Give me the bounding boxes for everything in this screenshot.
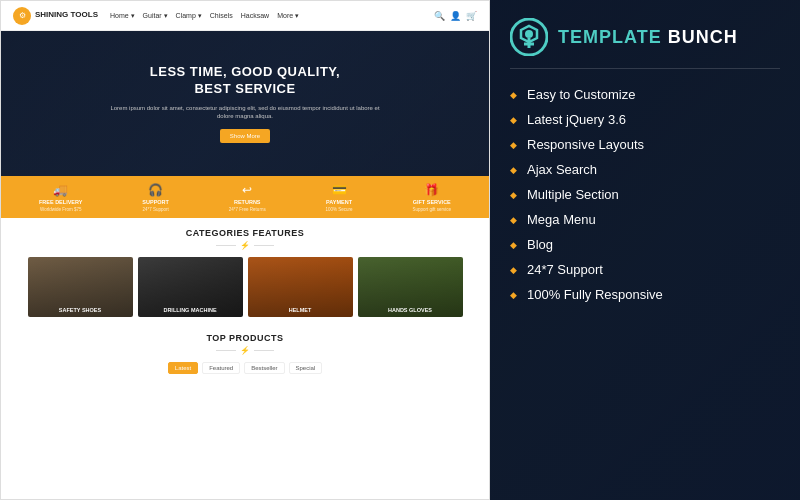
feature-item-jquery: ◆ Latest jQuery 3.6 [510, 112, 780, 127]
feature-item-responsive: ◆ Responsive Layouts [510, 137, 780, 152]
support-icon: 🎧 [148, 183, 163, 197]
right-content: teMpLATe BUNCH ◆ Easy to Customize ◆ Lat… [510, 18, 780, 302]
hero-cta-button[interactable]: Show More [220, 129, 270, 143]
cat-gloves-label: HANDS GLOVES [388, 307, 432, 313]
features-bar: 🚚 FREE DELIVERY Worldwide From $75 🎧 SUP… [1, 176, 489, 218]
cat-drill-label: DRILLING MACHINE [163, 307, 216, 313]
delivery-sub: Worldwide From $75 [40, 207, 81, 212]
cat-safety-shoes[interactable]: SAFETY SHOES [28, 257, 133, 317]
divider-right [254, 245, 274, 246]
logo-icon: ⚙ [13, 7, 31, 25]
gift-label: GIFT SERVICE [413, 199, 451, 205]
feature-text-mega-menu: Mega Menu [527, 212, 596, 227]
feature-item-multiple-section: ◆ Multiple Section [510, 187, 780, 202]
feature-text-customize: Easy to Customize [527, 87, 635, 102]
brand-header: teMpLATe BUNCH [510, 18, 780, 69]
products-title: TOP PRODUCTS [13, 333, 477, 343]
feature-text-ajax: Ajax Search [527, 162, 597, 177]
payment-label: PAYMENT [326, 199, 352, 205]
cat-drilling-machine[interactable]: DRILLING MACHINE [138, 257, 243, 317]
tab-bestseller[interactable]: Bestseller [244, 362, 284, 374]
nav-chisels[interactable]: Chisels [210, 12, 233, 20]
divider-bolt-icon: ⚡ [240, 241, 250, 250]
nav-clamp[interactable]: Clamp ▾ [176, 12, 202, 20]
hero-section: LESS TIME, GOOD QUALITY,BEST SERVICE Lor… [1, 31, 489, 176]
diamond-icon-8: ◆ [510, 265, 517, 275]
categories-divider: ⚡ [13, 241, 477, 250]
diamond-icon-5: ◆ [510, 190, 517, 200]
gift-sub: Support gift service [412, 207, 451, 212]
search-icon[interactable]: 🔍 [434, 11, 445, 21]
nav-more[interactable]: More ▾ [277, 12, 299, 20]
feature-item-fully-responsive: ◆ 100% Fully Responsive [510, 287, 780, 302]
feature-text-multiple-section: Multiple Section [527, 187, 619, 202]
nav-home[interactable]: Home ▾ [110, 12, 135, 20]
products-divider-right [254, 350, 274, 351]
feature-payment: 💳 PAYMENT 100% Secure [326, 183, 353, 212]
cat-gloves-image: HANDS GLOVES [358, 257, 463, 317]
delivery-icon: 🚚 [53, 183, 68, 197]
cat-drill-image: DRILLING MACHINE [138, 257, 243, 317]
brand-name-text: teMpLATe BUNCH [558, 27, 738, 47]
features-list: ◆ Easy to Customize ◆ Latest jQuery 3.6 … [510, 87, 780, 302]
user-icon[interactable]: 👤 [450, 11, 461, 21]
feature-item-support: ◆ 24*7 Support [510, 262, 780, 277]
cat-helmet-image: HELMET [248, 257, 353, 317]
feature-item-mega-menu: ◆ Mega Menu [510, 212, 780, 227]
products-tabs: Latest Featured Bestseller Special [13, 362, 477, 374]
diamond-icon-2: ◆ [510, 115, 517, 125]
payment-icon: 💳 [332, 183, 347, 197]
delivery-label: FREE DELIVERY [39, 199, 83, 205]
support-sub: 24*7 Support [143, 207, 169, 212]
feature-gift: 🎁 GIFT SERVICE Support gift service [412, 183, 451, 212]
payment-sub: 100% Secure [326, 207, 353, 212]
cat-shoes-label: SAFETY SHOES [59, 307, 101, 313]
right-panel: teMpLATe BUNCH ◆ Easy to Customize ◆ Lat… [490, 0, 800, 500]
support-label: SUPPORT [142, 199, 169, 205]
gift-icon: 🎁 [424, 183, 439, 197]
cat-helmet[interactable]: HELMET [248, 257, 353, 317]
cat-helmet-label: HELMET [289, 307, 312, 313]
categories-section: CATEGORIES FEATURES ⚡ SAFETY SHOES DRILL… [1, 218, 489, 325]
products-divider-left [216, 350, 236, 351]
products-bolt-icon: ⚡ [240, 346, 250, 355]
feature-text-support: 24*7 Support [527, 262, 603, 277]
logo-text: SHINING TOOLS [35, 11, 98, 20]
diamond-icon-4: ◆ [510, 165, 517, 175]
categories-title: CATEGORIES FEATURES [13, 228, 477, 238]
templatebunch-logo [510, 18, 548, 56]
cart-icon[interactable]: 🛒 [466, 11, 477, 21]
feature-item-ajax: ◆ Ajax Search [510, 162, 780, 177]
returns-label: RETURNS [234, 199, 261, 205]
feature-text-responsive: Responsive Layouts [527, 137, 644, 152]
navbar: ⚙ SHINING TOOLS Home ▾ Guitar ▾ Clamp ▾ … [1, 1, 489, 31]
website-preview: ⚙ SHINING TOOLS Home ▾ Guitar ▾ Clamp ▾ … [0, 0, 490, 500]
returns-sub: 24*7 Free Returns [229, 207, 266, 212]
feature-returns: ↩ RETURNS 24*7 Free Returns [229, 183, 266, 212]
diamond-icon-3: ◆ [510, 140, 517, 150]
cat-shoes-image: SAFETY SHOES [28, 257, 133, 317]
tab-special[interactable]: Special [289, 362, 323, 374]
diamond-icon-1: ◆ [510, 90, 517, 100]
cat-hands-gloves[interactable]: HANDS GLOVES [358, 257, 463, 317]
feature-support: 🎧 SUPPORT 24*7 Support [142, 183, 169, 212]
divider-left [216, 245, 236, 246]
feature-text-jquery: Latest jQuery 3.6 [527, 112, 626, 127]
brand-name: teMpLATe BUNCH [558, 27, 738, 48]
categories-grid: SAFETY SHOES DRILLING MACHINE HELMET HAN… [13, 257, 477, 317]
feature-delivery: 🚚 FREE DELIVERY Worldwide From $75 [39, 183, 83, 212]
tab-latest[interactable]: Latest [168, 362, 198, 374]
diamond-icon-7: ◆ [510, 240, 517, 250]
returns-icon: ↩ [242, 183, 252, 197]
diamond-icon-6: ◆ [510, 215, 517, 225]
nav-guitar[interactable]: Guitar ▾ [143, 12, 168, 20]
hero-description: Lorem ipsum dolor sit amet, consectetur … [105, 104, 385, 121]
products-section: TOP PRODUCTS ⚡ Latest Featured Bestselle… [1, 325, 489, 386]
feature-item-customize: ◆ Easy to Customize [510, 87, 780, 102]
logo-area: ⚙ SHINING TOOLS [13, 7, 98, 25]
products-divider: ⚡ [13, 346, 477, 355]
tab-featured[interactable]: Featured [202, 362, 240, 374]
nav-hacksaw[interactable]: Hacksaw [241, 12, 269, 20]
hero-title: LESS TIME, GOOD QUALITY,BEST SERVICE [150, 64, 340, 98]
feature-text-blog: Blog [527, 237, 553, 252]
